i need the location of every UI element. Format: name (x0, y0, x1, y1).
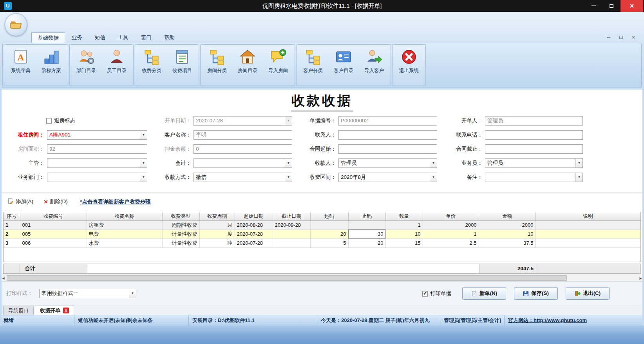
grid-row[interactable]: 3 006 水费 计量性收费 吨 2020-07-28 5 20 15 2.5 … (4, 238, 640, 248)
ribbon-button-room-directory[interactable]: 房间目录 (232, 46, 263, 84)
ribbon-button-exit-system[interactable]: 退出系统 (394, 46, 424, 84)
grid-cell[interactable]: 2020-07-28 (235, 229, 273, 238)
grid-cell[interactable]: 计量性收费 (162, 238, 199, 248)
chevron-down-icon[interactable] (140, 131, 147, 139)
close-button[interactable] (620, 0, 643, 12)
grid-cell[interactable]: 吨 (199, 238, 235, 248)
grid-col-header[interactable]: 收费周期 (199, 212, 235, 220)
mdi-close-button[interactable] (629, 34, 638, 40)
grid-col-header[interactable]: 金额 (479, 212, 535, 220)
grid-cell[interactable]: 20 (348, 238, 385, 248)
supervisor-select[interactable] (47, 158, 147, 168)
grid-cell[interactable]: 计量性收费 (162, 229, 199, 238)
exit-button[interactable]: 退出(C) (566, 287, 610, 300)
grid-cell[interactable]: 5 (310, 238, 348, 248)
tab-basic-data[interactable]: 基础数据 (31, 32, 65, 43)
grid-cell-editing[interactable]: 30 (348, 229, 385, 238)
grid-cell[interactable]: 20 (310, 229, 348, 238)
grid-cell[interactable]: 月 (199, 220, 235, 229)
tab-close-icon[interactable] (63, 308, 69, 313)
grid-cell[interactable]: 001 (20, 220, 87, 229)
grid-cell[interactable]: 2.5 (423, 238, 479, 248)
file-menu-button[interactable] (5, 13, 27, 36)
add-row-button[interactable]: 添加(A) (8, 198, 33, 206)
ribbon-button-employee-directory[interactable]: 员工目录 (101, 46, 132, 84)
grid-col-header[interactable]: 说明 (535, 212, 640, 220)
grid-cell[interactable]: 2000 (423, 220, 479, 229)
grid-col-header[interactable]: 序号 (4, 212, 20, 220)
scroll-thumb[interactable] (7, 275, 567, 281)
grid-cell[interactable]: 2020-07-28 (235, 238, 273, 248)
grid-cell[interactable]: 周期性收费 (162, 220, 199, 229)
grid-cell[interactable]: 005 (20, 229, 87, 238)
grid-cell[interactable]: 房租费 (87, 220, 162, 229)
save-button[interactable]: 保存(S) (514, 287, 558, 300)
grid-col-header[interactable]: 数量 (385, 212, 423, 220)
grid-cell[interactable]: 10 (479, 229, 535, 238)
grid-cell[interactable] (535, 238, 640, 248)
checkbox-checked-icon[interactable] (422, 291, 428, 297)
grid-cell[interactable]: 度 (199, 229, 235, 238)
room-select[interactable]: A幢A901 (47, 130, 147, 140)
fee-range-select[interactable]: 2020年8月 (338, 173, 437, 182)
accountant-select[interactable] (194, 158, 292, 168)
status-website-link[interactable]: 官方网站：http://www.ghutu.com (505, 315, 644, 326)
grid-col-header[interactable]: 收费类型 (162, 212, 199, 220)
grid-cell[interactable]: 1 (423, 229, 479, 238)
grid-col-header[interactable]: 收费名称 (87, 212, 162, 220)
grid-col-header[interactable]: 起始日期 (235, 212, 273, 220)
grid-row[interactable]: 1 001 房租费 周期性收费 月 2020-08-28 2020-09-28 … (4, 220, 640, 229)
tab-receipt-billing[interactable]: 收据开单 (35, 306, 74, 315)
ribbon-button-customer-directory[interactable]: 客户目录 (328, 46, 359, 84)
ribbon-button-system-dictionary[interactable]: A 系统字典 (5, 46, 36, 84)
contract-start-field[interactable] (338, 144, 437, 154)
tab-window[interactable]: 窗口 (135, 32, 157, 43)
delete-row-button[interactable]: 删除(D) (44, 198, 68, 206)
grid-cell[interactable]: 2020-08-28 (235, 220, 273, 229)
maximize-button[interactable] (602, 0, 620, 12)
chevron-down-icon[interactable] (285, 173, 292, 182)
grid-cell[interactable]: 1 (385, 220, 423, 229)
department-select[interactable] (47, 173, 147, 182)
grid-col-header[interactable]: 起码 (310, 212, 348, 220)
bill-no-field[interactable]: P00000002 (338, 116, 437, 126)
chevron-down-icon[interactable] (140, 159, 147, 167)
ribbon-button-fee-item[interactable]: 收费项目 (167, 46, 197, 84)
tab-sms[interactable]: 短信 (89, 32, 111, 43)
help-link[interactable]: *点击查看详细新客户收费步骤 (80, 198, 151, 206)
ribbon-button-import-room[interactable]: 导入房间 (263, 46, 293, 84)
chevron-down-icon[interactable] (140, 173, 147, 182)
chevron-down-icon[interactable] (575, 159, 582, 167)
customer-name-field[interactable]: 李明 (194, 130, 292, 140)
grid-col-header[interactable]: 截止日期 (273, 212, 310, 220)
checkbox-icon[interactable] (46, 118, 52, 124)
chevron-down-icon[interactable] (430, 173, 437, 182)
bill-date-picker[interactable]: 2020-07-28 (194, 116, 292, 126)
grid-cell[interactable] (535, 220, 640, 229)
print-receipt-checkbox[interactable]: 打印单据 (422, 290, 451, 297)
grid-col-header[interactable]: 单价 (423, 212, 479, 220)
grid-cell[interactable]: 006 (20, 238, 87, 248)
grid-cell[interactable] (273, 229, 310, 238)
ribbon-button-fee-category[interactable]: 收费分类 (136, 46, 167, 84)
grid-cell[interactable]: 37.5 (479, 238, 535, 248)
ribbon-button-import-customer[interactable]: 导入客户 (359, 46, 389, 84)
ribbon-button-department-directory[interactable]: 部门目录 (71, 46, 101, 84)
grid-cell[interactable]: 2000 (479, 220, 535, 229)
mdi-minimize-button[interactable] (604, 34, 613, 40)
chevron-down-icon[interactable] (430, 159, 437, 167)
mdi-maximize-button[interactable] (617, 34, 625, 40)
grid-cell[interactable]: 2020-09-28 (273, 220, 310, 229)
grid-cell[interactable]: 2 (4, 229, 20, 238)
grid-cell[interactable]: 电费 (87, 229, 162, 238)
ribbon-button-customer-category[interactable]: 客户分类 (298, 46, 328, 84)
deposit-field[interactable]: 0 (194, 144, 292, 154)
salesman-select[interactable]: 管理员 (485, 158, 583, 168)
grid-cell[interactable] (535, 229, 640, 238)
payee-select[interactable]: 管理员 (338, 158, 437, 168)
grid-col-header[interactable]: 止码 (348, 212, 385, 220)
minimize-button[interactable] (584, 0, 602, 12)
print-style-select[interactable]: 常用收据样式一 (39, 289, 136, 298)
contact-field[interactable] (338, 130, 437, 140)
new-button[interactable]: 新单(N) (462, 287, 506, 300)
